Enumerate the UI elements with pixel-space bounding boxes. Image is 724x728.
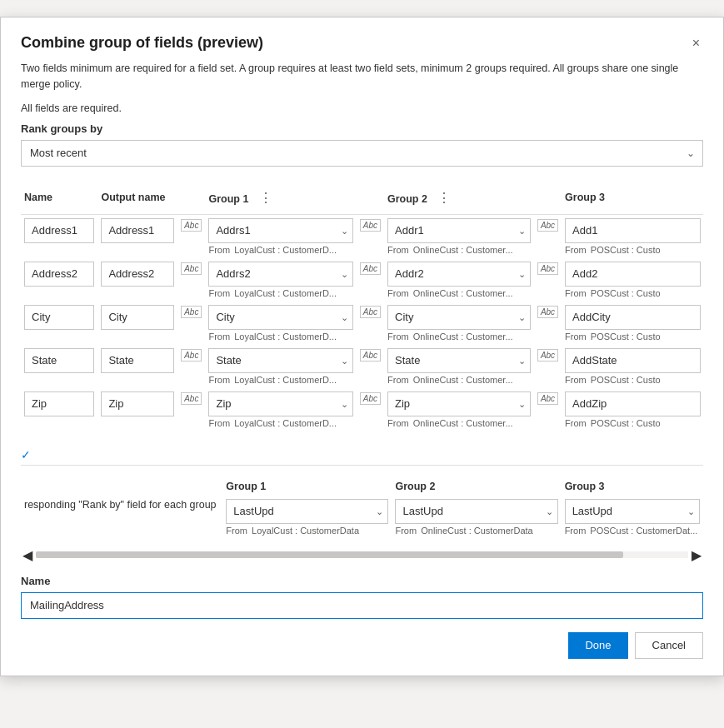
group2-cell: City ⌄ From OnlineCust : Customer... [384,302,534,345]
abs-icon-3: Abc [534,214,562,258]
rank-select-wrap: Most recent Most frequent Most complete … [21,140,703,167]
group3-input[interactable] [565,305,701,330]
group1-select-wrap: Addrs2 ⌄ [208,262,352,287]
group1-from-text: From LoyalCust : CustomerD... [208,418,352,428]
group3-input[interactable] [565,262,701,287]
group2-cell: Addr2 ⌄ From OnlineCust : Customer... [384,258,534,302]
field-output-input[interactable] [101,305,174,330]
group3-input[interactable] [565,348,701,373]
group1-select-wrap: Addrs1 ⌄ [208,218,352,243]
rank-label: Rank groups by [21,122,703,135]
field-output-cell [97,388,177,431]
abs-icon-1: Abc [177,388,205,431]
scrollbar-thumb [36,551,623,558]
group2-cell: Addr1 ⌄ From OnlineCust : Customer... [384,214,534,258]
group2-select[interactable]: Addr1 [387,218,531,243]
field-name-input[interactable] [24,262,94,287]
combine-group-dialog: Combine group of fields (preview) × Two … [0,17,724,676]
group2-select[interactable]: City [387,305,531,330]
abs-icon-2: Abc [357,302,384,345]
name-section: Name [21,575,703,619]
field-output-input[interactable] [101,391,174,416]
group2-from-text: From OnlineCust : Customer... [387,245,531,255]
group1-select[interactable]: Zip [208,391,352,416]
abs-icon-2: Abc [357,388,384,431]
table-row: Abc State ⌄ From LoyalCust : CustomerD..… [21,345,703,388]
cancel-button[interactable]: Cancel [635,632,703,659]
table-header-row: Name Output name Group 1 ⋮ Group 2 ⋮ [21,182,703,215]
col-spacer-1 [177,182,205,215]
abs-icon-1: Abc [177,302,205,345]
scroll-right-button[interactable]: ▶ [690,547,703,563]
rank-by-group3-select[interactable]: LastUpd [565,499,700,524]
group1-select-wrap: State ⌄ [208,348,352,373]
group1-select-wrap: City ⌄ [208,305,352,330]
group1-cell: Addrs1 ⌄ From LoyalCust : CustomerD... [205,214,356,258]
col-header-name: Name [21,182,97,215]
abs-icon-1: Abc [177,214,205,258]
abs-icon-3: Abc [534,302,562,345]
scroll-left-button[interactable]: ◀ [21,547,34,563]
group1-dots-button[interactable]: ⋮ [257,187,274,209]
group3-cell: From POSCust : Custo [562,214,703,258]
field-name-input[interactable] [24,348,94,373]
field-output-input[interactable] [101,218,174,243]
field-name-input[interactable] [24,391,94,416]
rank-by-group1-from: From LoyalCust : CustomerData [226,526,388,536]
rank-by-group2-select-wrap: LastUpd ⌄ [395,499,557,524]
group2-select-wrap: Zip ⌄ [387,391,531,416]
field-name-cell [21,388,97,431]
group2-from-text: From OnlineCust : Customer... [387,375,531,385]
abs-icon-3: Abc [534,388,562,431]
field-output-cell [97,345,177,388]
name-input[interactable] [21,592,703,619]
rank-by-group1-select[interactable]: LastUpd [226,499,388,524]
checkmark-icon: ✓ [21,445,703,465]
group3-input[interactable] [565,218,701,243]
group2-select-wrap: Addr2 ⌄ [387,262,531,287]
group1-from-text: From LoyalCust : CustomerD... [208,288,352,298]
group2-select[interactable]: Addr2 [387,262,531,287]
group3-from-text: From POSCust : Custo [565,332,701,342]
scrollbar-row: ◀ ▶ [21,547,703,563]
group3-cell: From POSCust : Custo [562,258,703,302]
group2-select[interactable]: State [387,348,531,373]
rank-by-group2-select[interactable]: LastUpd [395,499,557,524]
rank-select[interactable]: Most recent Most frequent Most complete [21,140,703,167]
group1-select-wrap: Zip ⌄ [208,391,352,416]
group3-from-text: From POSCust : Custo [565,288,701,298]
rank-by-section: Group 1 Group 2 Group 3 responding "Rank… [21,465,703,539]
group1-select[interactable]: City [208,305,352,330]
table-row: Abc City ⌄ From LoyalCust : CustomerD... [21,302,703,345]
field-name-cell [21,214,97,258]
group1-select[interactable]: Addrs2 [208,262,352,287]
field-name-cell [21,302,97,345]
group1-select[interactable]: State [208,348,352,373]
rank-by-header-row: Group 1 Group 2 Group 3 [21,477,703,496]
field-output-input[interactable] [101,348,174,373]
field-name-input[interactable] [24,305,94,330]
close-button[interactable]: × [689,34,703,52]
group2-from-text: From OnlineCust : Customer... [387,332,531,342]
group1-select[interactable]: Addrs1 [208,218,352,243]
field-output-input[interactable] [101,262,174,287]
rank-by-group2-wrap: LastUpd ⌄ From OnlineCust : CustomerData [395,499,557,536]
group3-from-text: From POSCust : Custo [565,375,701,385]
group1-cell: Zip ⌄ From LoyalCust : CustomerD... [205,388,356,431]
dialog-header: Combine group of fields (preview) × [21,34,703,52]
done-button[interactable]: Done [568,632,627,659]
abs-icon-3: Abc [534,345,562,388]
col-header-group2: Group 2 ⋮ [384,182,534,215]
group2-from-text: From OnlineCust : Customer... [387,418,531,428]
rank-by-group1-wrap: LastUpd ⌄ From LoyalCust : CustomerData [226,499,388,536]
group1-cell: Addrs2 ⌄ From LoyalCust : CustomerD... [205,258,356,302]
group3-input[interactable] [565,391,701,416]
rank-by-group3-cell: LastUpd ⌄ From POSCust : CustomerDat... [562,496,703,539]
required-note: All fields are required. [21,102,703,114]
rank-by-group2-cell: LastUpd ⌄ From OnlineCust : CustomerData [392,496,561,539]
group2-select[interactable]: Zip [387,391,531,416]
abs-icon-3: Abc [534,258,562,302]
field-name-input[interactable] [24,218,94,243]
group2-dots-button[interactable]: ⋮ [436,187,452,209]
abs-icon-1: Abc [177,258,205,302]
